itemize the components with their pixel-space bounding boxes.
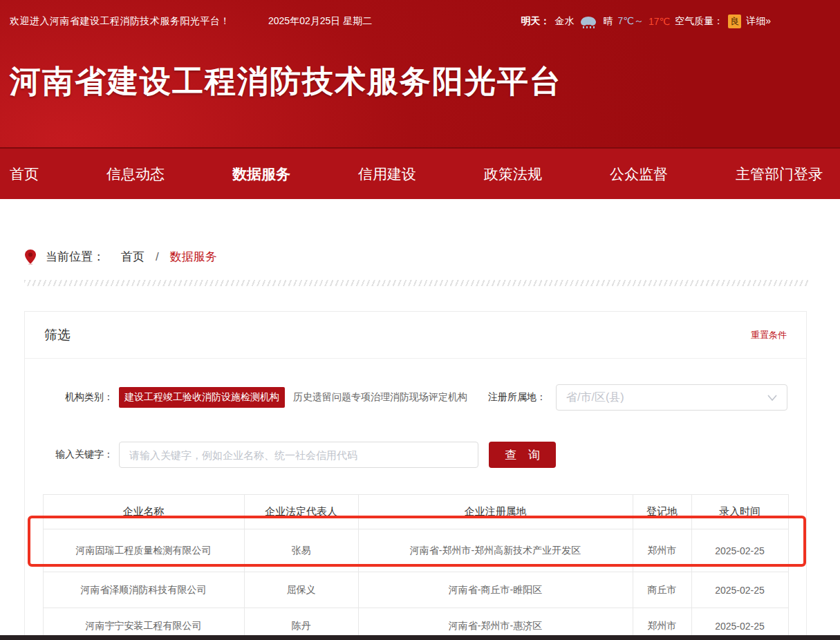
col-header-legal-rep: 企业法定代表人 (244, 495, 358, 529)
region-filter-group: 注册所属地： 省/市/区(县) (488, 384, 806, 411)
results-table: 企业名称 企业法定代表人 企业注册属地 登记地 录入时间 河南固瑞工程质量检测有… (43, 494, 789, 640)
col-header-registered-location: 企业注册属地 (358, 495, 633, 529)
nav-item-supervision[interactable]: 公众监督 (610, 164, 668, 184)
search-button[interactable]: 查 询 (489, 442, 556, 468)
col-header-registry-city: 登记地 (633, 495, 691, 529)
cell-legal-rep: 张易 (244, 529, 358, 572)
slash-divider (24, 280, 809, 286)
cell-company: 河南省泽顺消防科技有限公司 (43, 572, 244, 608)
temp-low: 7℃～ (617, 15, 644, 28)
filter-title: 筛选 (44, 326, 71, 344)
region-select[interactable]: 省/市/区(县) (556, 384, 787, 411)
cell-registered-location: 河南省-郑州市-郑州高新技术产业开发区 (358, 529, 633, 572)
cloud-rain-icon (579, 14, 598, 29)
date-text: 2025年02月25日 星期二 (268, 15, 372, 28)
category-filter-row: 机构类别： 建设工程竣工验收消防设施检测机构 历史遗留问题专项治理消防现场评定机… (25, 384, 806, 411)
filter-panel: 筛选 重置条件 机构类别： 建设工程竣工验收消防设施检测机构 历史遗留问题专项治… (24, 311, 807, 640)
category-label: 机构类别： (25, 391, 113, 404)
cell-registered-location: 河南省-商丘市-睢阳区 (358, 572, 633, 608)
category-options: 建设工程竣工验收消防设施检测机构 历史遗留问题专项治理消防现场评定机构 (119, 387, 473, 408)
keyword-input[interactable] (119, 442, 478, 468)
nav-item-admin-login[interactable]: 主管部门登录 (736, 164, 823, 184)
topbar: 欢迎进入河南省建设工程消防技术服务阳光平台！ 2025年02月25日 星期二 明… (0, 0, 840, 43)
breadcrumb: 当前位置： 首页 / 数据服务 (0, 199, 840, 265)
table-row[interactable]: 河南省泽顺消防科技有限公司 屈保义 河南省-商丘市-睢阳区 商丘市 2025-0… (43, 572, 788, 608)
nav-item-data-service[interactable]: 数据服务 (232, 164, 290, 184)
nav-item-news[interactable]: 信息动态 (106, 164, 165, 184)
breadcrumb-separator: / (156, 250, 159, 264)
keyword-filter-row: 输入关键字： 查 询 (25, 442, 806, 468)
col-header-entry-date: 录入时间 (691, 495, 788, 529)
condition-text: 晴 (603, 15, 613, 28)
cell-registry-city: 郑州市 (633, 529, 691, 572)
chevron-down-icon (767, 395, 777, 401)
table-row-highlighted[interactable]: 河南固瑞工程质量检测有限公司 张易 河南省-郑州市-郑州高新技术产业开发区 郑州… (43, 529, 788, 572)
breadcrumb-label: 当前位置： (46, 249, 104, 265)
region-select-placeholder: 省/市/区(县) (566, 390, 624, 405)
table-header-row: 企业名称 企业法定代表人 企业注册属地 登记地 录入时间 (43, 495, 788, 529)
site-title: 河南省建设工程消防技术服务阳光平台 (0, 43, 840, 102)
bottom-edge-bar (0, 635, 840, 640)
cell-entry-date: 2025-02-25 (691, 572, 788, 608)
nav-item-policy[interactable]: 政策法规 (484, 164, 542, 184)
nav-item-credit[interactable]: 信用建设 (358, 164, 416, 184)
header: 欢迎进入河南省建设工程消防技术服务阳光平台！ 2025年02月25日 星期二 明… (0, 0, 840, 147)
weather-widget: 明天： 金水 晴 7℃～ 17℃ 空气质量： 良 详细» (521, 14, 840, 29)
breadcrumb-home[interactable]: 首页 (121, 249, 144, 265)
tomorrow-label: 明天： (521, 15, 550, 28)
cell-legal-rep: 屈保义 (244, 572, 358, 608)
district-text: 金水 (554, 15, 574, 28)
cell-entry-date: 2025-02-25 (691, 529, 788, 572)
temp-high: 17℃ (648, 16, 670, 27)
welcome-text: 欢迎进入河南省建设工程消防技术服务阳光平台！ (10, 15, 230, 28)
keyword-label: 输入关键字： (25, 449, 113, 461)
cell-company: 河南固瑞工程质量检测有限公司 (43, 529, 244, 572)
filter-panel-header: 筛选 重置条件 (25, 312, 806, 359)
weather-detail-link[interactable]: 详细» (746, 15, 771, 28)
breadcrumb-current[interactable]: 数据服务 (170, 249, 217, 265)
location-pin-icon (25, 250, 36, 265)
air-quality-badge: 良 (728, 15, 741, 28)
cell-registry-city: 商丘市 (633, 572, 691, 608)
reset-filters-link[interactable]: 重置条件 (751, 329, 787, 341)
col-header-company: 企业名称 (43, 495, 244, 529)
main-nav: 首页 信息动态 数据服务 信用建设 政策法规 公众监督 主管部门登录 (0, 147, 840, 199)
page: 欢迎进入河南省建设工程消防技术服务阳光平台！ 2025年02月25日 星期二 明… (0, 0, 840, 640)
category-option-unselected[interactable]: 历史遗留问题专项治理消防现场评定机构 (288, 387, 473, 408)
region-label: 注册所属地： (488, 391, 546, 404)
air-quality-label: 空气质量： (675, 15, 723, 28)
category-option-selected[interactable]: 建设工程竣工验收消防设施检测机构 (119, 387, 285, 408)
nav-item-home[interactable]: 首页 (10, 164, 39, 184)
